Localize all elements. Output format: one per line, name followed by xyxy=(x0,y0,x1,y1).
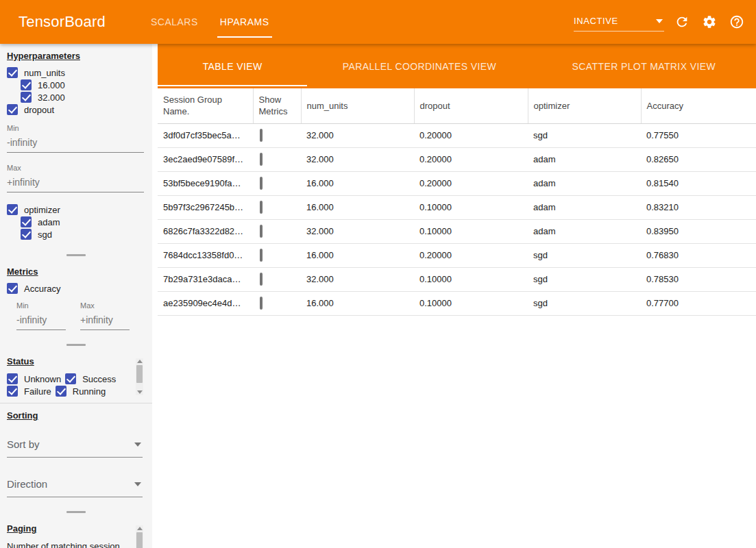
optimizer-sgd-checkbox[interactable] xyxy=(21,229,32,240)
session-group-name-cell: 5b97f3c2967245b… xyxy=(158,195,253,219)
tab-hparams-label: HPARAMS xyxy=(220,16,269,27)
optimizer-cell: sgd xyxy=(528,243,641,267)
pane-resize-handle[interactable] xyxy=(0,340,152,349)
num-units-32-checkbox[interactable] xyxy=(21,92,32,103)
refresh-button[interactable] xyxy=(672,12,692,32)
col-header-accuracy: Accuracy xyxy=(641,88,756,123)
accuracy-cell: 0.77550 xyxy=(641,123,756,147)
settings-button[interactable] xyxy=(700,12,719,32)
num-units-cell: 32.000 xyxy=(301,147,414,171)
reload-status-dropdown[interactable]: INACTIVE xyxy=(574,12,664,32)
status-success-checkbox[interactable] xyxy=(65,373,76,384)
paging-pane: Paging Number of matching session groups… xyxy=(0,523,152,548)
scroll-down-icon[interactable] xyxy=(137,390,143,394)
show-metrics-checkbox[interactable] xyxy=(260,129,263,142)
table-row: ae235909ec4e4d… 16.000 0.10000 sgd 0.777… xyxy=(158,291,756,315)
show-metrics-checkbox[interactable] xyxy=(260,225,263,238)
direction-select[interactable]: Direction xyxy=(7,478,143,497)
optimizer-cell: sgd xyxy=(528,123,641,147)
status-unknown-checkbox[interactable] xyxy=(7,373,18,384)
status-failure-checkbox[interactable] xyxy=(7,386,18,397)
pane-resize-handle[interactable] xyxy=(0,250,152,260)
status-running-checkbox[interactable] xyxy=(56,386,66,397)
session-group-name-cell: 3ec2aed9e07589f… xyxy=(158,147,253,171)
tab-scalars[interactable]: SCALARS xyxy=(140,0,209,44)
hparam-optimizer-row[interactable]: optimizer xyxy=(7,203,152,216)
optimizer-option-adam-row[interactable]: adam xyxy=(21,216,152,228)
show-metrics-checkbox[interactable] xyxy=(260,153,263,166)
num-units-label: num_units xyxy=(24,68,65,78)
sort-by-select[interactable]: Sort by xyxy=(7,438,143,458)
num-units-cell: 16.000 xyxy=(301,291,414,315)
status-scrollbar[interactable] xyxy=(136,358,143,395)
optimizer-adam-checkbox[interactable] xyxy=(21,216,32,227)
metric-accuracy-row[interactable]: Accuracy xyxy=(7,282,152,295)
accuracy-min-input[interactable] xyxy=(16,310,66,330)
chevron-down-icon xyxy=(134,443,141,450)
hparam-dropout-row[interactable]: dropout xyxy=(7,103,152,116)
top-nav: SCALARS HPARAMS xyxy=(140,0,280,44)
status-pane: Status Unknown Success Failure Running xyxy=(0,356,152,397)
status-failure-label: Failure xyxy=(24,386,51,397)
metrics-pane: Metrics Accuracy Min Max xyxy=(0,266,152,349)
scrollbar-thumb[interactable] xyxy=(136,532,143,548)
dropout-cell: 0.20000 xyxy=(414,147,528,171)
status-success-label: Success xyxy=(82,374,116,384)
optimizer-cell: sgd xyxy=(528,291,641,315)
accuracy-cell: 0.83950 xyxy=(641,219,756,243)
session-group-name-cell: 6826c7fa3322d82… xyxy=(158,219,253,243)
hparam-num-units-row[interactable]: num_units xyxy=(7,66,152,79)
dropout-min-input[interactable] xyxy=(7,132,144,153)
show-metrics-checkbox[interactable] xyxy=(260,297,263,310)
dropout-cell: 0.20000 xyxy=(414,243,528,267)
tab-parallel-coordinates-view[interactable]: PARALLEL COORDINATES VIEW xyxy=(307,44,531,88)
optimizer-cell: sgd xyxy=(528,267,641,291)
table-row: 53bf5bece9190fa… 16.000 0.20000 adam 0.8… xyxy=(158,171,756,195)
accuracy-max-input[interactable] xyxy=(80,310,130,330)
status-failure-row[interactable]: Failure xyxy=(7,385,51,397)
session-groups-table: Session Group Name. Show Metrics num_uni… xyxy=(158,88,756,316)
refresh-icon xyxy=(674,14,690,29)
num-units-cell: 32.000 xyxy=(301,267,414,291)
tab-scatter-plot-matrix-view[interactable]: SCATTER PLOT MATRIX VIEW xyxy=(532,44,756,88)
show-metrics-checkbox[interactable] xyxy=(260,201,263,214)
paging-heading: Paging xyxy=(7,523,145,534)
dropout-checkbox[interactable] xyxy=(7,104,18,115)
tab-hparams[interactable]: HPARAMS xyxy=(209,0,280,44)
scroll-up-icon[interactable] xyxy=(137,360,143,363)
show-metrics-checkbox[interactable] xyxy=(260,273,263,286)
num-units-option-32-row[interactable]: 32.000 xyxy=(21,91,152,103)
table-row: 3ec2aed9e07589f… 32.000 0.20000 adam 0.8… xyxy=(158,147,756,171)
sort-by-value: Sort by xyxy=(7,438,40,450)
status-running-row[interactable]: Running xyxy=(56,385,106,397)
num-units-16-checkbox[interactable] xyxy=(21,79,32,90)
num-units-cell: 32.000 xyxy=(301,219,414,243)
tab-table-view[interactable]: TABLE VIEW xyxy=(158,44,307,88)
dropout-max-field: Max xyxy=(7,164,144,192)
status-success-row[interactable]: Success xyxy=(65,373,116,385)
pane-resize-handle[interactable] xyxy=(0,507,152,516)
scrollbar-thumb[interactable] xyxy=(136,365,143,383)
optimizer-cell: adam xyxy=(528,195,641,219)
num-units-option-16-row[interactable]: 16.000 xyxy=(21,79,152,91)
dropout-max-input[interactable] xyxy=(7,172,144,192)
table-row: 7b29a731e3daca… 32.000 0.10000 sgd 0.785… xyxy=(158,267,756,291)
hyperparameters-pane: Hyperparameters num_units 16.000 32.000 … xyxy=(0,51,152,260)
accuracy-checkbox[interactable] xyxy=(7,283,18,294)
show-metrics-checkbox[interactable] xyxy=(260,177,263,190)
num-units-cell: 32.000 xyxy=(301,123,414,147)
scroll-up-icon[interactable] xyxy=(137,527,143,530)
status-options: Unknown Success Failure Running xyxy=(7,373,134,397)
session-group-name-cell: 3df0d7cf35bec5a… xyxy=(158,123,253,147)
paging-scrollbar[interactable] xyxy=(136,525,143,548)
table-row: 5b97f3c2967245b… 16.000 0.10000 adam 0.8… xyxy=(158,195,756,219)
optimizer-checkbox[interactable] xyxy=(7,204,18,215)
show-metrics-checkbox[interactable] xyxy=(260,249,263,262)
help-button[interactable] xyxy=(727,12,746,32)
optimizer-adam-label: adam xyxy=(38,217,60,227)
status-unknown-row[interactable]: Unknown xyxy=(7,373,61,385)
col-header-optimizer: optimizer xyxy=(528,88,641,123)
optimizer-option-sgd-row[interactable]: sgd xyxy=(21,228,152,240)
optimizer-sgd-label: sgd xyxy=(38,229,52,240)
num-units-checkbox[interactable] xyxy=(7,67,18,78)
